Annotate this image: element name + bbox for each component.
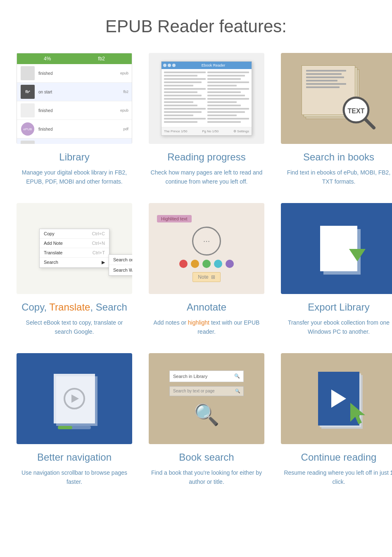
feature-annotate: Highlited text ··· Note ⊞ Annotate Add n… xyxy=(140,199,273,349)
reader-line xyxy=(164,78,206,80)
note-bar: Note ⊞ xyxy=(192,272,220,282)
continue-title: Continue reading xyxy=(301,452,377,463)
color-dot-green xyxy=(202,260,211,268)
reader-line xyxy=(164,72,206,73)
feature-booksearch: Search in Library 🔍 Search by text or pa… xyxy=(140,349,273,499)
feature-export: Export Library Transfer your ebook colle… xyxy=(273,199,392,349)
nav-bar-fill xyxy=(58,426,72,429)
copy-screenshot: Copy Ctrl+C Add Note Ctrl+N Translate Ct… xyxy=(17,203,132,294)
export-visual xyxy=(320,226,357,271)
navigation-screenshot xyxy=(17,353,132,444)
google-search-item: Search on Google xyxy=(109,255,132,265)
color-dot-purple xyxy=(226,260,234,268)
lib-header-percent: 4% xyxy=(44,56,51,62)
reader-window: Ebook Reader xyxy=(161,61,252,136)
color-dot-orange xyxy=(191,260,199,268)
feature-library: 4% fb2 finished epub fb² on start fb2 xyxy=(8,49,140,199)
library-title: Library xyxy=(59,151,89,163)
searchbooks-image: TEXT xyxy=(281,53,392,144)
lib-row4-status: finished xyxy=(38,127,123,131)
highlight-badge: Highlited text xyxy=(157,215,192,222)
chat-bubble: ··· xyxy=(192,227,221,256)
reader-line xyxy=(164,101,193,103)
reading-title: Reading progress xyxy=(167,151,245,163)
reader-line xyxy=(207,121,241,123)
search-primary-icon: 🔍 xyxy=(234,373,240,379)
reader-line xyxy=(207,88,249,90)
search-primary-text: Search in Library xyxy=(173,374,207,379)
reader-line xyxy=(207,118,249,120)
reader-title: Ebook Reader xyxy=(177,63,250,67)
copy-title-part1: Copy, xyxy=(21,301,49,313)
continue-play-triangle xyxy=(331,390,346,408)
lib-row4-format: pdf xyxy=(123,127,128,131)
reader-line xyxy=(207,98,249,100)
lib-icon-4: ePUB xyxy=(20,122,35,136)
wikipedia-search-item: Search Wikipedia xyxy=(109,265,132,275)
library-desc: Manage your digital ebook library in FB2… xyxy=(17,168,132,186)
searchbooks-desc: Find text in ebooks of ePub, MOBI, FB2, … xyxy=(281,168,392,186)
page-title: EPUB Reader features: xyxy=(0,0,392,49)
lib-row-1: finished epub xyxy=(17,64,132,83)
lib-row-4: ePUB finished pdf xyxy=(17,120,132,139)
reader-line xyxy=(164,118,206,120)
search-arrow: ▶ xyxy=(102,260,105,265)
annotate-title: Annotate xyxy=(187,301,226,313)
reader-line xyxy=(164,85,193,86)
reader-line xyxy=(207,108,249,110)
lib-icon-5: ePUB xyxy=(20,140,35,144)
cursor-icon xyxy=(347,401,368,428)
reader-footer: The Prince 1/50 Pg No 1/50 ⚙ Settings xyxy=(162,127,252,135)
copy-image: Copy Ctrl+C Add Note Ctrl+N Translate Ct… xyxy=(17,203,132,294)
continue-screenshot xyxy=(281,353,392,444)
library-screenshot: 4% fb2 finished epub fb² on start fb2 xyxy=(17,53,132,144)
chat-dots: ··· xyxy=(203,236,210,246)
reader-line xyxy=(164,105,197,106)
reader-line xyxy=(164,108,206,110)
reader-btn-max xyxy=(172,64,176,67)
reader-line xyxy=(164,121,197,123)
annotate-desc: Add notes or highlight text with our EPU… xyxy=(149,318,264,337)
navigation-desc: Use navigation scrollbar to browse pages… xyxy=(17,468,132,487)
context-menu: Copy Ctrl+C Add Note Ctrl+N Translate Ct… xyxy=(39,229,109,268)
copy-desc: Select eBook text to copy, translate or … xyxy=(17,318,132,337)
reader-line xyxy=(207,75,245,76)
search-input-primary[interactable]: Search in Library 🔍 xyxy=(169,371,244,382)
library-image: 4% fb2 finished epub fb² on start fb2 xyxy=(17,53,132,144)
color-dot-red xyxy=(179,260,188,268)
reader-line xyxy=(164,91,197,93)
note-icon: ⊞ xyxy=(211,274,215,280)
fb2-icon: fb² xyxy=(21,85,35,99)
export-desc: Transfer your ebook collection from one … xyxy=(281,318,392,337)
booksearch-desc: Find a book that you're looking for eith… xyxy=(149,468,264,487)
menu-copy: Copy Ctrl+C xyxy=(40,229,109,239)
magnifier-svg: TEXT xyxy=(339,93,376,130)
addnote-label: Add Note xyxy=(44,241,63,246)
highlight-word: highlight xyxy=(188,319,209,326)
text-line xyxy=(306,70,346,72)
reading-image: Ebook Reader xyxy=(149,53,264,144)
continue-visual xyxy=(318,372,359,426)
reader-line xyxy=(164,81,202,83)
lib-row1-format: epub xyxy=(120,71,128,75)
lib-row-2: fb² on start fb2 xyxy=(17,83,132,101)
search-input-secondary[interactable]: Search by text or page 🔍 xyxy=(169,386,244,396)
reader-line xyxy=(207,81,249,83)
menu-translate: Translate Ctrl+T xyxy=(40,248,109,258)
text-line xyxy=(306,86,340,88)
lib-header-format: fb2 xyxy=(98,56,105,62)
search-label: Search xyxy=(44,260,58,265)
reader-btn-close xyxy=(163,64,166,67)
lib-row3-status: finished xyxy=(38,108,120,113)
annotate-image: Highlited text ··· Note ⊞ xyxy=(149,203,264,294)
reader-line xyxy=(207,101,237,103)
lib-header: 4% fb2 xyxy=(17,53,132,64)
reader-col2 xyxy=(207,72,249,124)
translate-shortcut: Ctrl+T xyxy=(93,250,105,255)
big-search-icon: 🔍 xyxy=(194,403,219,427)
search-secondary-icon: 🔍 xyxy=(235,389,240,393)
reading-screenshot: Ebook Reader xyxy=(149,53,264,144)
reader-title-small: The Prince 1/50 xyxy=(164,129,187,133)
lib-row2-format: fb2 xyxy=(123,90,128,94)
text-line xyxy=(306,83,346,85)
